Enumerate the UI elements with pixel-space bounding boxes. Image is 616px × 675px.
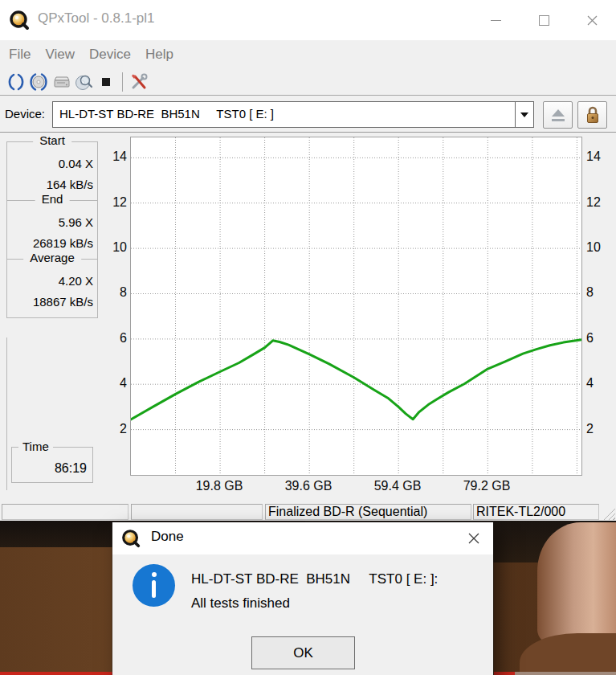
device-dropdown-button[interactable]	[515, 102, 533, 127]
end-speed-value: 5.96 X	[11, 212, 93, 233]
menu-view[interactable]: View	[38, 47, 82, 63]
time-group: Time 86:19	[11, 447, 93, 483]
device-combobox[interactable]: HL-DT-ST BD-RE BH51N TST0 [ E: ]	[52, 101, 534, 128]
stats-panel: Start 0.04 X 164 kB/s End 5.96 X 26819 k…	[6, 142, 98, 318]
x-axis-tick-label: 39.6 GB	[270, 479, 347, 493]
info-icon	[133, 564, 175, 607]
resize-grip[interactable]	[603, 508, 615, 520]
y-axis-tick-label: 2	[586, 421, 616, 437]
x-axis-tick-label: 79.2 GB	[448, 479, 525, 493]
dialog-message-device: HL-DT-ST BD-RE BH51N TST0 [ E: ]:	[191, 571, 438, 587]
preferences-button[interactable]	[128, 71, 150, 93]
window-title: QPxTool - 0.8.1-pl1	[38, 10, 155, 27]
eject-button[interactable]	[543, 101, 573, 129]
y-axis-tick-label: 4	[586, 375, 616, 391]
device-label: Device:	[5, 107, 45, 121]
stop-button[interactable]	[95, 71, 117, 93]
preferences-icon	[129, 72, 149, 92]
time-label: Time	[18, 440, 53, 453]
rescan-media-button[interactable]	[27, 71, 50, 93]
y-axis-tick-label: 4	[85, 375, 127, 391]
toolbar	[0, 68, 616, 96]
y-axis-tick-label: 6	[586, 330, 616, 346]
average-speed-value: 4.20 X	[11, 271, 93, 292]
menu-file[interactable]: File	[2, 47, 38, 63]
close-button[interactable]	[568, 0, 616, 40]
wallpaper-beige-strip	[515, 672, 616, 675]
y-axis-tick-label: 8	[586, 284, 616, 301]
ok-button[interactable]: OK	[251, 636, 355, 669]
done-dialog: Done HL-DT-ST BD-RE BH51N TST0 [ E: ]: A…	[112, 522, 493, 675]
qpxtool-logo-icon	[120, 528, 141, 549]
drive-info-button[interactable]	[50, 71, 72, 93]
ok-button-label: OK	[293, 645, 313, 661]
menu-device[interactable]: Device	[82, 47, 138, 63]
stat-group-title: Average	[23, 251, 81, 264]
maximize-button[interactable]	[520, 0, 568, 40]
y-axis-tick-label: 6	[85, 330, 127, 346]
dialog-message-status: All tests finished	[191, 595, 290, 612]
toolbar-separator	[122, 72, 123, 92]
chevron-down-icon	[520, 112, 528, 117]
x-axis-tick-label: 59.4 GB	[359, 479, 436, 493]
drive-icon	[51, 72, 71, 92]
close-icon	[587, 15, 598, 26]
menubar: File View Device Help	[0, 40, 616, 68]
stat-group-average: Average 4.20 X 18867 kB/s	[6, 259, 98, 318]
refresh-icon	[6, 72, 27, 92]
window-controls	[471, 0, 616, 40]
stop-icon	[96, 72, 116, 92]
device-combobox-value: HL-DT-ST BD-RE BH51N TST0 [ E: ]	[59, 107, 274, 121]
status-segment-2	[131, 504, 263, 520]
x-axis-tick-label: 19.8 GB	[181, 479, 258, 493]
close-icon	[468, 533, 479, 544]
wallpaper-photo-shape	[537, 522, 616, 644]
status-segment-1	[2, 504, 129, 520]
dialog-titlebar: Done	[112, 522, 493, 554]
qpxtool-window: QPxTool - 0.8.1-pl1 File View Device Hel…	[0, 0, 616, 521]
average-rate-value: 18867 kB/s	[11, 292, 93, 313]
statusbar: Finalized BD-R (Sequential) RITEK-TL2/00…	[0, 503, 616, 521]
start-speed-value: 0.04 X	[11, 153, 93, 174]
status-disc-type: Finalized BD-R (Sequential)	[265, 504, 471, 520]
window-titlebar: QPxTool - 0.8.1-pl1	[0, 0, 616, 40]
y-axis-tick-label: 2	[85, 421, 127, 437]
menu-help[interactable]: Help	[138, 47, 181, 63]
plot-area	[130, 137, 582, 476]
wallpaper-red-strip	[494, 672, 515, 675]
maximize-icon	[539, 15, 549, 26]
stat-group-title: End	[35, 192, 70, 206]
time-value: 86:19	[55, 461, 87, 476]
stat-group-title: Start	[33, 133, 71, 147]
status-media-id: RITEK-TL2/000	[473, 504, 599, 520]
device-row: Device: HL-DT-ST BD-RE BH51N TST0 [ E: ]	[0, 96, 616, 133]
dialog-close-button[interactable]	[467, 532, 480, 545]
panel-border-line	[6, 338, 7, 490]
y-axis-tick-label: 12	[586, 194, 616, 211]
y-axis-tick-label: 14	[586, 149, 616, 165]
rescan-media-icon	[28, 72, 49, 92]
qpxtool-logo-icon	[8, 9, 31, 31]
y-axis-tick-label: 10	[586, 239, 616, 256]
speed-curve	[131, 340, 581, 419]
lock-button[interactable]	[577, 101, 607, 129]
lock-icon	[583, 104, 602, 125]
wallpaper-photo-shape	[520, 633, 616, 675]
refresh-button[interactable]	[5, 71, 27, 93]
scan-disc-icon	[73, 72, 94, 92]
dialog-title: Done	[151, 529, 184, 545]
minimize-button[interactable]	[471, 0, 520, 40]
minimize-icon	[491, 20, 501, 21]
eject-icon	[552, 109, 565, 117]
wallpaper-red-strip	[0, 672, 112, 675]
scan-disc-button[interactable]	[72, 71, 95, 93]
